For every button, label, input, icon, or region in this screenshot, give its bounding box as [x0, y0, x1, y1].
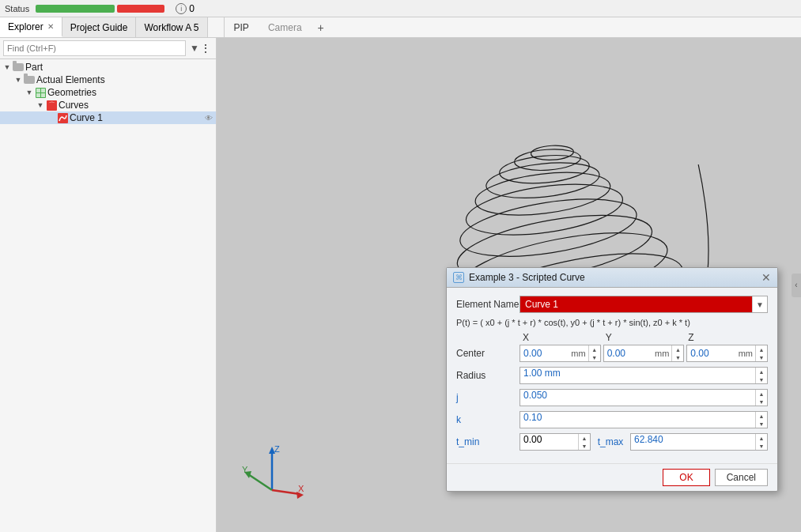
tree-item-geometries[interactable]: ▼ Geometries [0, 86, 216, 99]
status-progress [36, 5, 164, 13]
tree-label-actual-elements: Actual Elements [36, 74, 216, 85]
expander-geometries[interactable]: ▼ [24, 89, 35, 96]
element-name-dropdown[interactable]: Curve 1 ▼ [520, 296, 768, 313]
expander-actual-elements[interactable]: ▼ [13, 76, 24, 84]
j-down[interactable]: ▼ [756, 398, 767, 406]
element-name-value: Curve 1 [520, 296, 752, 312]
tab-project-guide[interactable]: Project Guide [62, 17, 137, 37]
tree-item-actual-elements[interactable]: ▼ Actual Elements [0, 74, 216, 86]
tree-label-curve1: Curve 1 [70, 112, 205, 123]
k-up[interactable]: ▲ [756, 412, 767, 420]
x-header: X [520, 332, 603, 343]
k-down[interactable]: ▼ [756, 420, 767, 428]
dialog-title-text: Example 3 - Scripted Curve [469, 272, 757, 283]
tab-camera-label: Camera [268, 22, 302, 33]
main-layout: ▼ ⋮ ▼ Part ▼ Actual Elements [0, 38, 801, 532]
center-x-arrows: ▲ ▼ [588, 345, 600, 361]
tab-explorer-close[interactable]: ✕ [47, 22, 54, 31]
center-x-spinbox[interactable]: 0.00 mm ▲ ▼ [520, 345, 601, 362]
dropdown-arrow-icon: ▼ [752, 296, 767, 312]
svg-text:Z: Z [274, 444, 280, 454]
tmax-down[interactable]: ▼ [756, 442, 767, 450]
formula-text: P(t) = ( x0 + (j * t + r) * cos(t), y0 +… [456, 318, 690, 327]
xyz-headers: X Y Z [520, 332, 768, 343]
tab-workflow[interactable]: Workflow A 5 [136, 17, 207, 37]
tmin-arrows: ▲ ▼ [578, 434, 590, 450]
tmin-up[interactable]: ▲ [579, 434, 590, 442]
main-tab-bar: Explorer ✕ Project Guide Workflow A 5 PI… [0, 17, 801, 38]
center-z-value: 0.00 [687, 348, 735, 359]
status-count: 0 [189, 3, 195, 14]
geometries-icon [35, 87, 46, 98]
tree-item-curves[interactable]: ▼ Curves [0, 99, 216, 111]
center-z-unit: mm [736, 349, 755, 358]
radius-up[interactable]: ▲ [756, 368, 767, 375]
tmin-spinbox[interactable]: 0.00 ▲ ▼ [520, 433, 591, 451]
curve1-icon [57, 112, 68, 123]
center-z-spinbox[interactable]: 0.00 mm ▲ ▼ [686, 345, 768, 362]
j-row: j 0.050 ▲ ▼ [456, 389, 768, 406]
center-y-down[interactable]: ▼ [672, 353, 683, 361]
center-y-arrows: ▲ ▼ [671, 345, 683, 361]
ok-button[interactable]: OK [663, 469, 709, 486]
search-bar: ▼ ⋮ [0, 38, 216, 59]
tab-pip[interactable]: PIP [225, 22, 259, 33]
radius-label: Radius [456, 370, 520, 381]
dialog-title-bar[interactable]: ⌘ Example 3 - Scripted Curve ✕ [447, 268, 777, 288]
tab-project-guide-label: Project Guide [70, 22, 128, 33]
z-header: Z [685, 332, 768, 343]
center-x-down[interactable]: ▼ [589, 353, 600, 361]
k-label: k [456, 414, 520, 425]
filter-dots: ⋮ [201, 43, 210, 54]
radius-down[interactable]: ▼ [756, 375, 767, 383]
filter-button[interactable]: ▼ ⋮ [187, 41, 213, 55]
info-icon: i [176, 3, 187, 14]
j-arrows: ▲ ▼ [755, 390, 767, 406]
dialog-body: Element Name Curve 1 ▼ P(t) = ( x0 + (j … [447, 288, 777, 463]
tmin-tmax-row: t_min 0.00 ▲ ▼ t_max 62.840 [456, 433, 768, 451]
svg-text:Y: Y [242, 465, 248, 474]
viewport[interactable]: Z Y X ‹ ⌘ Example 3 - Scripted Curve ✕ [217, 38, 801, 532]
search-input[interactable] [3, 40, 186, 56]
center-y-up[interactable]: ▲ [672, 345, 683, 353]
k-spinbox[interactable]: 0.10 ▲ ▼ [520, 411, 768, 428]
j-up[interactable]: ▲ [756, 390, 767, 398]
center-x-unit: mm [569, 349, 588, 358]
tmin-down[interactable]: ▼ [579, 442, 590, 450]
center-z-down[interactable]: ▼ [756, 353, 767, 361]
visibility-eye[interactable]: 👁 [205, 114, 216, 123]
cancel-button[interactable]: Cancel [715, 469, 768, 486]
radius-spinbox[interactable]: 1.00 mm ▲ ▼ [520, 367, 768, 384]
tab-camera[interactable]: Camera [259, 22, 312, 33]
tree-item-part[interactable]: ▼ Part [0, 61, 216, 74]
tab-explorer[interactable]: Explorer ✕ [0, 17, 62, 37]
radius-value: 1.00 mm [520, 368, 755, 383]
svg-point-11 [531, 145, 574, 161]
filter-icon: ▼ [190, 43, 199, 54]
dialog-title-icon: ⌘ [453, 272, 464, 283]
k-row: k 0.10 ▲ ▼ [456, 411, 768, 428]
tree-item-curve1[interactable]: ▶ Curve 1 👁 [0, 111, 216, 124]
tmax-spinbox[interactable]: 62.840 ▲ ▼ [630, 433, 768, 451]
dialog-close-button[interactable]: ✕ [761, 272, 771, 283]
tree-label-part: Part [25, 62, 216, 73]
tmax-up[interactable]: ▲ [756, 434, 767, 442]
axis-indicator: Z Y X [240, 443, 304, 508]
j-spinbox[interactable]: 0.050 ▲ ▼ [520, 389, 768, 406]
svg-line-18 [272, 490, 300, 494]
center-x-up[interactable]: ▲ [589, 345, 600, 353]
element-name-field: Curve 1 ▼ [520, 296, 768, 313]
svg-line-15 [248, 474, 272, 490]
svg-point-8 [485, 158, 601, 203]
tmin-label: t_min [456, 436, 520, 447]
tab-add-button[interactable]: + [312, 21, 331, 34]
center-y-unit: mm [652, 349, 671, 358]
center-y-spinbox[interactable]: 0.00 mm ▲ ▼ [603, 345, 685, 362]
expander-curves[interactable]: ▼ [35, 101, 46, 109]
collapse-handle[interactable]: ‹ [792, 274, 801, 297]
center-label: Center [456, 348, 520, 359]
k-value: 0.10 [520, 412, 755, 428]
expander-part[interactable]: ▼ [2, 63, 13, 71]
center-z-up[interactable]: ▲ [756, 345, 767, 353]
status-red-bar [117, 5, 164, 13]
